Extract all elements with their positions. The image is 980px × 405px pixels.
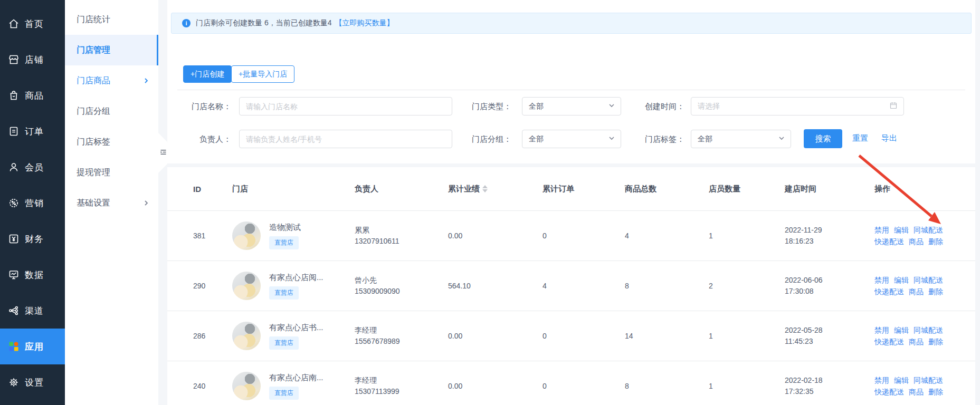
store-type-badge: 直营店 [269,286,299,300]
action-express-delivery[interactable]: 快递配送 [874,287,904,296]
submenu-item-6[interactable]: 基础设置 [65,188,158,218]
orders-cell: 0 [543,232,625,240]
row-actions: 禁用编辑同城配送快递配送商品删除 [874,374,975,398]
store-name: 有家点心店南... [269,373,324,383]
store-management-page: 首页 店铺 商品 订单 会员 营销 财务 数据 渠道 应用 设置 门店统计 门店… [0,0,980,405]
storefront-icon [7,53,20,66]
action-goods[interactable]: 商品 [909,338,924,346]
action-delete[interactable]: 删除 [928,237,943,246]
action-express-delivery[interactable]: 快递配送 [874,237,904,246]
action-delete[interactable]: 删除 [928,338,943,346]
chevron-right-icon [142,77,150,84]
table-row: 286 有家点心店书... 直营店 李经理15567678989 0.00 0 … [167,311,975,361]
goods-count-cell: 14 [625,332,709,340]
col-manager: 负责人 [355,184,448,194]
table-row: 240 有家点心店南... 直营店 李经理15307113999 0.00 0 … [167,361,975,405]
manager-cell: 累累13207910611 [355,225,448,247]
store-tag-label: 门店标签： [627,130,684,148]
submenu-item-0[interactable]: 门店统计 [65,4,158,35]
batch-import-button[interactable]: +批量导入门店 [231,65,294,83]
store-group-select[interactable]: 全部 [522,130,621,148]
goods-icon [7,89,20,102]
nav-item-channel[interactable]: 渠道 [0,293,65,329]
col-created: 建店时间 [785,184,874,194]
submenu-item-3[interactable]: 门店分组 [65,96,158,127]
action-disable[interactable]: 禁用 [874,226,889,234]
data-icon [7,268,20,281]
action-edit[interactable]: 编辑 [894,226,909,234]
notice-bar: i 门店剩余可创建数量 6，当前已创建数量4 【立即购买数量】 [171,13,972,34]
action-edit[interactable]: 编辑 [894,376,909,384]
store-avatar [232,372,261,400]
nav-item-settings[interactable]: 设置 [0,364,65,400]
nav-item-order[interactable]: 订单 [0,113,65,149]
search-button[interactable]: 搜索 [804,129,842,148]
nav-item-home[interactable]: 首页 [0,6,65,42]
store-name: 有家点心店书... [269,323,324,333]
store-tag-select[interactable]: 全部 [691,130,791,148]
action-disable[interactable]: 禁用 [874,276,889,284]
store-name-label: 门店名称： [178,97,231,115]
action-express-delivery[interactable]: 快递配送 [874,338,904,346]
action-disable[interactable]: 禁用 [874,376,889,384]
create-store-button[interactable]: +门店创建 [183,65,232,83]
orders-cell: 0 [543,332,625,340]
nav-item-storefront[interactable]: 店铺 [0,42,65,78]
main-content: i 门店剩余可创建数量 6，当前已创建数量4 【立即购买数量】 +门店创建 +批… [167,0,975,405]
main-sidebar: 首页 店铺 商品 订单 会员 营销 财务 数据 渠道 应用 设置 [0,0,65,405]
action-goods[interactable]: 商品 [909,287,924,296]
action-edit[interactable]: 编辑 [894,326,909,334]
calendar-icon [890,102,897,111]
created-time-cell: 2022-05-2811:45:23 [785,325,874,347]
submenu-item-2[interactable]: 门店商品 [65,65,158,96]
submenu-item-4[interactable]: 门店标签 [65,127,158,157]
action-city-delivery[interactable]: 同城配送 [914,376,943,384]
staff-count-cell: 2 [709,282,785,290]
store-group-label: 门店分组： [458,130,511,148]
collapse-menu-icon [159,148,167,158]
store-avatar [232,272,261,300]
nav-item-member[interactable]: 会员 [0,149,65,185]
submenu-item-1[interactable]: 门店管理 [65,35,158,65]
nav-item-apps[interactable]: 应用 [0,329,65,364]
divider [177,90,965,90]
goods-count-cell: 8 [625,382,709,390]
nav-item-goods[interactable]: 商品 [0,78,65,113]
reset-link[interactable]: 重置 [852,133,868,143]
col-id: ID [193,185,232,194]
action-edit[interactable]: 编辑 [894,276,909,284]
channel-icon [7,304,20,317]
created-time-cell: 2022-11-2918:16:23 [785,225,874,247]
action-goods[interactable]: 商品 [909,388,924,396]
create-time-date-input[interactable]: 请选择 [691,97,904,115]
nav-item-marketing[interactable]: 营销 [0,185,65,221]
store-name-input[interactable] [239,97,452,115]
col-revenue: 累计业绩 [448,184,543,194]
action-delete[interactable]: 删除 [928,388,943,396]
action-city-delivery[interactable]: 同城配送 [914,226,943,234]
chevron-down-icon [778,134,785,143]
action-disable[interactable]: 禁用 [874,326,889,334]
chevron-right-icon [142,199,150,207]
table-row: 381 造物测试 直营店 累累13207910611 0.00 0 4 1 20… [167,211,975,261]
sidebar-collapse-handle[interactable] [158,133,168,173]
store-avatar [232,221,261,250]
manager-label: 负责人： [178,130,231,148]
revenue-cell: 564.10 [448,282,543,290]
manager-input[interactable] [239,130,452,148]
action-delete[interactable]: 删除 [928,287,943,296]
nav-item-finance[interactable]: 财务 [0,221,65,257]
action-express-delivery[interactable]: 快递配送 [874,388,904,396]
action-city-delivery[interactable]: 同城配送 [914,276,943,284]
submenu-item-5[interactable]: 提现管理 [65,157,158,188]
buy-quantity-link[interactable]: 【立即购买数量】 [335,18,394,28]
store-id: 240 [193,382,232,390]
nav-item-data[interactable]: 数据 [0,257,65,293]
store-type-select[interactable]: 全部 [522,97,621,115]
manager-cell: 李经理15567678989 [355,325,448,347]
created-time-cell: 2022-02-1817:32:35 [785,375,874,397]
export-link[interactable]: 导出 [881,133,897,143]
action-city-delivery[interactable]: 同城配送 [914,326,943,334]
action-goods[interactable]: 商品 [909,237,924,246]
sort-control[interactable] [482,185,488,192]
